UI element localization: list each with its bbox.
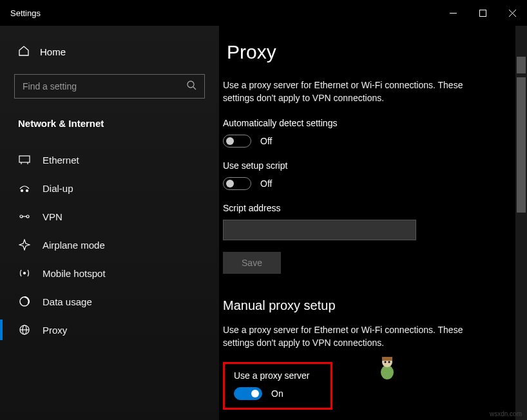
sidebar-item-airplane[interactable]: Airplane mode	[0, 231, 219, 259]
window-controls	[438, 3, 527, 23]
svg-point-19	[381, 365, 394, 379]
maximize-button[interactable]	[468, 3, 497, 23]
auto-detect-label: Automatically detect settings	[223, 118, 504, 128]
script-address-input[interactable]	[223, 220, 416, 240]
svg-point-23	[388, 361, 390, 363]
sidebar-item-label: Proxy	[43, 325, 67, 336]
script-address-label: Script address	[223, 203, 504, 213]
svg-point-12	[26, 215, 29, 218]
auto-detect-toggle[interactable]	[223, 135, 251, 148]
use-proxy-label: Use a proxy server	[234, 370, 321, 381]
titlebar: Settings	[0, 0, 527, 26]
svg-line-5	[193, 87, 196, 90]
highlight-annotation: Use a proxy server On	[223, 362, 332, 410]
close-button[interactable]	[497, 3, 527, 23]
setup-script-toggle[interactable]	[223, 177, 251, 190]
auto-proxy-description: Use a proxy server for Ethernet or Wi-Fi…	[223, 79, 493, 105]
svg-rect-1	[479, 10, 486, 16]
sidebar-item-datausage[interactable]: Data usage	[0, 287, 219, 316]
minimize-button[interactable]	[438, 3, 468, 23]
setup-script-label: Use setup script	[223, 160, 504, 171]
manual-proxy-heading: Manual proxy setup	[223, 298, 504, 313]
mascot-image	[376, 354, 398, 380]
sidebar-item-label: Dial-up	[43, 183, 73, 194]
sidebar-item-label: Data usage	[43, 296, 92, 307]
use-proxy-toggle[interactable]	[234, 387, 262, 400]
sidebar-item-hotspot[interactable]: Mobile hotspot	[0, 259, 219, 287]
sidebar-item-label: Ethernet	[43, 155, 79, 166]
airplane-icon	[18, 238, 31, 251]
sidebar-item-ethernet[interactable]: Ethernet	[0, 146, 219, 174]
home-label: Home	[40, 46, 66, 57]
ethernet-icon	[18, 153, 31, 166]
svg-rect-6	[19, 156, 30, 162]
sidebar-item-label: Mobile hotspot	[43, 268, 106, 279]
auto-detect-value: Off	[260, 136, 272, 146]
dialup-icon	[18, 182, 31, 195]
sidebar-item-label: VPN	[43, 211, 62, 222]
hotspot-icon	[18, 267, 31, 280]
vpn-icon	[18, 210, 31, 223]
save-button[interactable]: Save	[223, 252, 281, 274]
sidebar-item-dialup[interactable]: Dial-up	[0, 174, 219, 202]
svg-point-14	[24, 272, 26, 274]
use-proxy-value: On	[271, 388, 283, 399]
svg-point-4	[187, 81, 194, 88]
svg-point-10	[26, 190, 28, 192]
section-heading: Network & Internet	[0, 113, 219, 146]
setup-script-value: Off	[260, 178, 272, 189]
main-panel: Proxy Use a proxy server for Ethernet or…	[219, 26, 527, 420]
search-icon	[186, 80, 196, 93]
sidebar-item-label: Airplane mode	[43, 240, 105, 251]
svg-rect-21	[382, 357, 392, 361]
home-icon	[18, 45, 30, 59]
page-title: Proxy	[227, 41, 504, 79]
search-input[interactable]	[23, 81, 177, 91]
svg-point-9	[21, 190, 23, 192]
scrollbar[interactable]	[515, 26, 527, 420]
watermark: wsxdn.com	[490, 410, 522, 417]
sidebar-item-proxy[interactable]: Proxy	[0, 316, 219, 344]
proxy-icon	[18, 323, 31, 336]
data-usage-icon	[18, 295, 31, 308]
home-nav[interactable]: Home	[0, 39, 219, 70]
manual-proxy-description: Use a proxy server for Ethernet or Wi-Fi…	[223, 323, 493, 350]
search-box[interactable]	[14, 74, 205, 99]
window-title: Settings	[10, 8, 41, 18]
svg-point-22	[385, 361, 387, 363]
sidebar: Home Network & Internet Ethernet	[0, 26, 219, 420]
scroll-up-arrow[interactable]	[517, 57, 526, 73]
svg-point-11	[20, 215, 23, 218]
scroll-thumb[interactable]	[517, 77, 526, 213]
sidebar-item-vpn[interactable]: VPN	[0, 202, 219, 231]
